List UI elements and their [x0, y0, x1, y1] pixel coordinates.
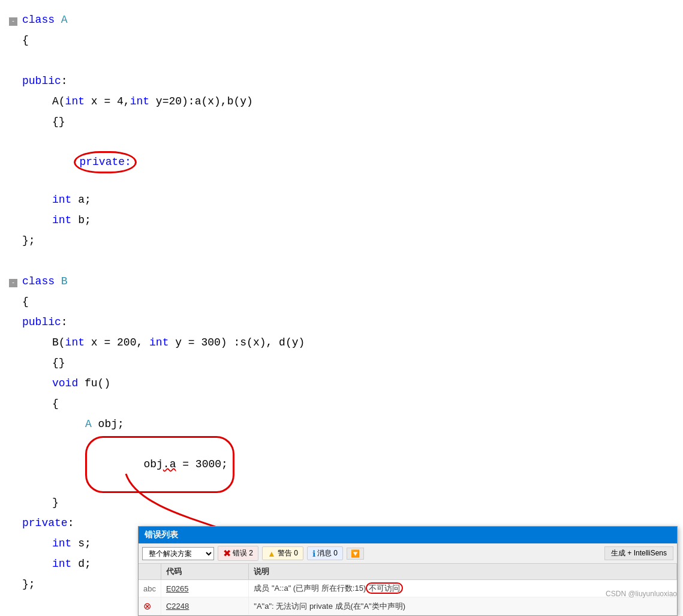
fold-icon-12[interactable]: -: [9, 279, 17, 287]
code-line-17: void fu(): [0, 374, 683, 395]
kw-class-a: class: [22, 11, 61, 29]
filter-btn[interactable]: 🔽: [347, 548, 364, 560]
editor-area: - class A { public: A(int x = 4,int y=20…: [0, 0, 683, 616]
watermark-text: CSDN @liuyunluoxiao: [606, 590, 677, 598]
warn-triangle-icon: ▲: [267, 549, 276, 558]
warn-count-btn[interactable]: ▲ 警告 0: [262, 546, 303, 560]
code-line-1: - class A: [0, 11, 683, 31]
brace-open-1: {: [22, 32, 29, 49]
info-count-btn[interactable]: ℹ 消息 0: [307, 546, 343, 560]
error-row-2-desc: "A"a": 无法访问 private 成员(在"A"类中声明): [249, 597, 677, 615]
error-table: 代码 说明 abc E0265 成员 "A::a" (已声明 所在行数:15)不…: [139, 564, 677, 615]
code-line-7: private:: [0, 133, 683, 191]
error-table-header: 代码 说明: [139, 564, 677, 580]
error-count-btn[interactable]: ✖ 错误 2: [218, 546, 258, 561]
code-line-14: public:: [0, 313, 683, 333]
col-desc-header: 说明: [249, 564, 677, 580]
error-count-label: 错误 2: [233, 548, 253, 558]
warn-count-label: 警告 0: [278, 548, 298, 558]
code-line-3: [0, 52, 683, 72]
fold-gutter-1[interactable]: -: [9, 17, 20, 26]
info-count-label: 消息 0: [317, 548, 338, 558]
code-line-11: [0, 252, 683, 272]
error-panel-toolbar: 整个解决方案 ✖ 错误 2 ▲ 警告 0 ℹ 消息 0 🔽 生成 + Intel…: [139, 543, 677, 564]
obj-a-circled: obj.a = 3000;: [85, 436, 234, 492]
code-line-16: {}: [0, 354, 683, 374]
code-line-20: obj.a = 3000;: [0, 435, 683, 493]
code-line-18: {: [0, 395, 683, 415]
error-panel-header: 错误列表: [139, 527, 677, 543]
code-line-4: public:: [0, 72, 683, 92]
col-icon-header: [139, 564, 161, 580]
filter-icon: 🔽: [351, 549, 360, 558]
error-circle-icon: ⊗: [143, 601, 151, 611]
error-row-1-icon: abc: [139, 580, 161, 597]
error-panel: 错误列表 整个解决方案 ✖ 错误 2 ▲ 警告 0 ℹ 消息 0 🔽 生成 + …: [138, 526, 678, 616]
code-line-19: A obj;: [0, 415, 683, 435]
code-line-10: };: [0, 232, 683, 252]
code-line-2: {: [0, 31, 683, 52]
error-x-icon: ✖: [223, 548, 231, 559]
code-container: - class A { public: A(int x = 4,int y=20…: [0, 6, 683, 596]
fold-gutter-12[interactable]: -: [9, 279, 20, 287]
kw-public-a: public: [22, 73, 61, 90]
code-line-13: {: [0, 293, 683, 313]
error-row-1[interactable]: abc E0265 成员 "A::a" (已声明 所在行数:15)不可访问: [139, 580, 677, 597]
code-line-6: {}: [0, 113, 683, 133]
generate-btn[interactable]: 生成 + IntelliSens: [604, 546, 673, 560]
error-symbol-icon: abc: [143, 584, 156, 593]
private-circled: private:: [22, 134, 137, 190]
csdn-watermark: CSDN @liuyunluoxiao: [606, 590, 677, 598]
solution-filter-select[interactable]: 整个解决方案: [142, 547, 214, 560]
code-line-5: A(int x = 4,int y=20):a(x),b(y): [0, 92, 683, 113]
not-accessible-highlight: 不可访问: [366, 582, 403, 594]
info-circle-icon: ℹ: [312, 549, 315, 558]
code-line-15: B(int x = 200, int y = 300) :s(x), d(y): [0, 333, 683, 354]
error-row-2-icon: ⊗: [139, 597, 161, 615]
col-code-header: 代码: [161, 564, 248, 580]
error-row-2[interactable]: ⊗ C2248 "A"a": 无法访问 private 成员(在"A"类中声明): [139, 597, 677, 615]
code-line-9: int b;: [0, 211, 683, 232]
fold-icon-1[interactable]: -: [9, 17, 17, 26]
class-name-a: A: [61, 11, 68, 29]
error-row-2-code[interactable]: C2248: [161, 597, 248, 615]
code-line-12: - class B: [0, 272, 683, 293]
code-line-21: }: [0, 494, 683, 514]
code-line-8: int a;: [0, 191, 683, 211]
error-row-1-code[interactable]: E0265: [161, 580, 248, 597]
error-panel-title: 错误列表: [145, 530, 178, 539]
